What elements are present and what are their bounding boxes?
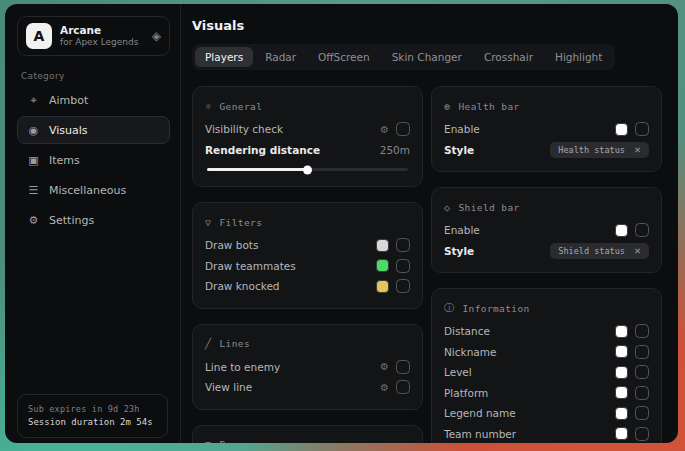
color-swatch[interactable]: [615, 325, 628, 338]
cube-icon: ▣: [27, 154, 40, 167]
color-swatch[interactable]: [376, 239, 389, 252]
line-to-enemy-checkbox[interactable]: [396, 360, 410, 374]
sidebar-item-items[interactable]: ▣ Items: [17, 146, 170, 174]
tab-bar: Players Radar OffScreen Skin Changer Cro…: [192, 44, 615, 70]
slider-fill: [207, 168, 308, 171]
left-column: ☼ General Visibility check ⚙ Rendering d…: [192, 86, 423, 443]
selected-style-value: Shield status: [558, 246, 625, 256]
team-number-checkbox[interactable]: [635, 427, 649, 441]
card-title-text: Information: [462, 303, 529, 314]
health-enable-checkbox[interactable]: [635, 122, 649, 136]
rendering-distance-slider[interactable]: [207, 168, 408, 171]
line-icon: ╱: [205, 338, 211, 349]
settings-columns: ☼ General Visibility check ⚙ Rendering d…: [192, 86, 662, 443]
setting-row-shield-enable: Enable: [444, 220, 649, 241]
health-style-select[interactable]: Health status ✕: [550, 142, 649, 158]
card-information: ⓘ Information Distance Nickname: [431, 288, 662, 443]
app-logo: A: [26, 23, 52, 49]
sidebar-item-miscellaneous[interactable]: ☰ Miscellaneous: [17, 176, 170, 204]
sidebar-item-visuals[interactable]: ◉ Visuals: [17, 116, 170, 144]
setting-label: Platform: [444, 387, 615, 399]
setting-row-team-number: Team number: [444, 424, 649, 444]
color-swatch[interactable]: [615, 345, 628, 358]
color-swatch[interactable]: [615, 407, 628, 420]
selected-style-value: Health status: [558, 145, 625, 155]
tab-skin-changer[interactable]: Skin Changer: [382, 47, 472, 67]
session-duration-text: Session duration 2m 54s: [28, 416, 157, 430]
profile-box: A Arcane for Apex Legends ◈: [17, 16, 170, 56]
draw-knocked-checkbox[interactable]: [396, 279, 410, 293]
shield-style-select[interactable]: Shield status ✕: [550, 243, 649, 259]
profile-text: Arcane for Apex Legends: [60, 24, 144, 48]
setting-label: Distance: [444, 325, 615, 337]
color-swatch[interactable]: [615, 224, 628, 237]
view-line-checkbox[interactable]: [396, 380, 410, 394]
setting-row-platform: Platform: [444, 383, 649, 404]
card-title-text: General: [219, 101, 262, 112]
draw-teammates-checkbox[interactable]: [396, 259, 410, 273]
level-checkbox[interactable]: [635, 365, 649, 379]
config-gear-icon[interactable]: ⚙: [380, 382, 389, 393]
tab-players[interactable]: Players: [195, 47, 253, 67]
distance-checkbox[interactable]: [635, 324, 649, 338]
card-filters: ▽ Filters Draw bots Draw teammates: [192, 202, 423, 309]
crosshair-icon: ⌖: [27, 94, 40, 107]
main-content: Visuals Players Radar OffScreen Skin Cha…: [181, 4, 678, 443]
setting-label: Level: [444, 366, 615, 378]
nickname-checkbox[interactable]: [635, 345, 649, 359]
tab-radar[interactable]: Radar: [255, 47, 306, 67]
color-swatch[interactable]: [615, 366, 628, 379]
sub-expiry-text: Sub expires in 9d 23h: [28, 403, 157, 416]
card-title-text: Filters: [219, 217, 262, 228]
config-gear-icon[interactable]: ⚙: [380, 124, 389, 135]
sidebar-item-label: Settings: [49, 214, 94, 227]
visibility-check-checkbox[interactable]: [396, 122, 410, 136]
setting-label: Draw knocked: [205, 280, 376, 292]
setting-row-visibility-check: Visibility check ⚙: [205, 119, 410, 140]
rendering-distance-value: 250m: [380, 144, 410, 156]
color-swatch[interactable]: [615, 427, 628, 440]
color-swatch[interactable]: [376, 259, 389, 272]
setting-row-health-enable: Enable: [444, 119, 649, 140]
setting-label: Nickname: [444, 346, 615, 358]
health-icon: ⊕: [444, 101, 450, 112]
setting-row-health-style: Style Health status ✕: [444, 140, 649, 161]
setting-row-legend-name: Legend name: [444, 403, 649, 424]
slider-thumb[interactable]: [303, 165, 312, 174]
sidebar-item-label: Miscellaneous: [49, 184, 126, 197]
setting-label: Draw teammates: [205, 260, 376, 272]
setting-row-view-line: View line ⚙: [205, 377, 410, 398]
tab-offscreen[interactable]: OffScreen: [308, 47, 380, 67]
setting-label: View line: [205, 381, 380, 393]
config-gear-icon[interactable]: ⚙: [380, 361, 389, 372]
setting-label: Team number: [444, 428, 615, 440]
close-icon[interactable]: ✕: [634, 246, 641, 256]
color-swatch[interactable]: [615, 386, 628, 399]
legend-name-checkbox[interactable]: [635, 406, 649, 420]
profile-settings-icon[interactable]: ◈: [152, 29, 161, 43]
general-icon: ☼: [205, 101, 211, 112]
card-health-bar: ⊕ Health bar Enable Style Health stat: [431, 86, 662, 172]
setting-label: Line to enemy: [205, 361, 380, 373]
close-icon[interactable]: ✕: [634, 145, 641, 155]
draw-bots-checkbox[interactable]: [396, 238, 410, 252]
sliders-icon: ☰: [27, 184, 40, 197]
setting-row-rendering-distance: Rendering distance 250m: [205, 140, 410, 161]
tab-highlight[interactable]: Highlight: [545, 47, 612, 67]
gear-icon: ⚙: [27, 214, 40, 227]
setting-row-draw-bots: Draw bots: [205, 235, 410, 256]
color-swatch[interactable]: [376, 280, 389, 293]
app-subtitle: for Apex Legends: [60, 37, 144, 48]
card-title-text: Shield bar: [458, 202, 519, 213]
tab-crosshair[interactable]: Crosshair: [474, 47, 543, 67]
funnel-icon: ▽: [205, 217, 211, 228]
sidebar-item-aimbot[interactable]: ⌖ Aimbot: [17, 86, 170, 114]
app-title: Arcane: [60, 24, 144, 37]
card-title-text: Box: [219, 439, 237, 443]
platform-checkbox[interactable]: [635, 386, 649, 400]
sidebar-item-settings[interactable]: ⚙ Settings: [17, 206, 170, 234]
card-general: ☼ General Visibility check ⚙ Rendering d…: [192, 86, 423, 187]
setting-label: Visibility check: [205, 123, 380, 135]
color-swatch[interactable]: [615, 123, 628, 136]
shield-enable-checkbox[interactable]: [635, 223, 649, 237]
